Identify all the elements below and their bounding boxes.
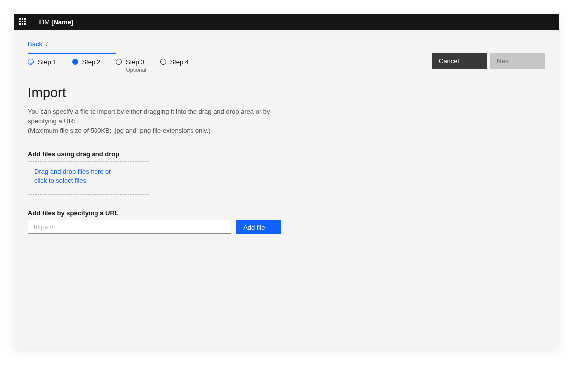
step-1[interactable]: Step 1 [28, 53, 72, 73]
step-label: Step 3 [126, 58, 146, 66]
next-button[interactable]: Next [490, 53, 545, 69]
body: Back / Step 1 Step 2 [14, 30, 559, 348]
back-link[interactable]: Back [28, 40, 42, 48]
page-desc-line1: You can specify a file to import by eith… [28, 108, 270, 125]
step-4[interactable]: Step 4 [160, 53, 204, 73]
page-wrapper: IBM [Name] Back / Step 1 [0, 0, 573, 392]
page-description: You can specify a file to import by eith… [28, 107, 286, 135]
url-section-label: Add files by specifying a URL [28, 209, 545, 217]
step-upcoming-icon [160, 59, 166, 65]
header-bar: IBM [Name] [14, 14, 559, 30]
url-row: Add file [28, 220, 545, 234]
file-dropzone[interactable]: Drag and drop files here or click to sel… [28, 161, 149, 195]
dropzone-text: Drag and drop files here or click to sel… [34, 167, 114, 185]
step-current-icon [72, 59, 78, 65]
brand-prefix: IBM [38, 18, 50, 26]
steps-row: Step 1 Step 2 Step 3 Optional [28, 53, 545, 73]
breadcrumb: Back / [28, 40, 545, 48]
app-switcher-icon[interactable] [19, 18, 27, 26]
wizard-actions: Cancel Next [432, 53, 545, 69]
brand-name: [Name] [51, 18, 73, 26]
step-3[interactable]: Step 3 Optional [116, 53, 160, 73]
dragdrop-section-label: Add files using drag and drop [28, 150, 545, 158]
page-desc-line2: (Maximum file size of 500KB; .jpg and .p… [28, 127, 211, 134]
breadcrumb-separator: / [46, 40, 48, 48]
step-2[interactable]: Step 2 [72, 53, 116, 73]
step-label: Step 4 [170, 58, 189, 66]
app-frame: IBM [Name] Back / Step 1 [14, 14, 559, 348]
step-label: Step 2 [82, 58, 101, 66]
step-upcoming-icon [116, 59, 122, 65]
page-title: Import [28, 85, 545, 100]
url-input[interactable] [28, 220, 231, 234]
cancel-button[interactable]: Cancel [432, 53, 487, 69]
step-label: Step 1 [38, 58, 57, 66]
step-sublabel: Optional [126, 66, 146, 73]
add-file-button[interactable]: Add file [236, 220, 281, 234]
step-complete-icon [28, 59, 34, 65]
stepper: Step 1 Step 2 Step 3 Optional [28, 53, 204, 73]
